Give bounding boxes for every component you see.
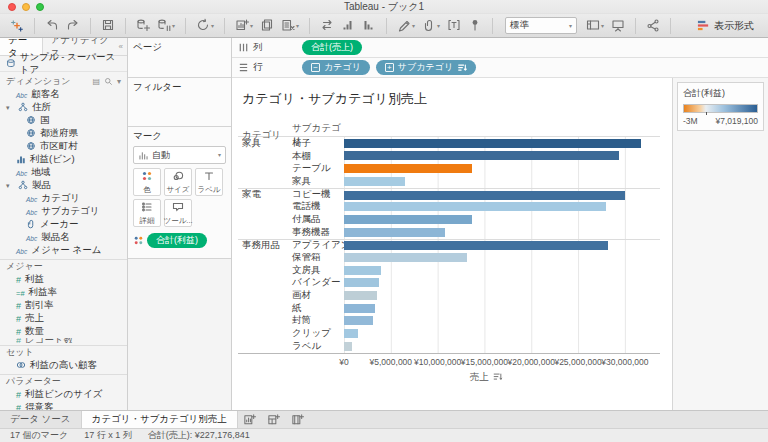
search-icon[interactable] (104, 77, 113, 86)
clear-sheet-button[interactable]: ▾ (279, 17, 301, 35)
mark-button-color[interactable]: 色 (133, 168, 161, 196)
bar-row[interactable]: テーブル (238, 162, 660, 175)
highlight-button[interactable]: ▾ (395, 17, 417, 35)
bar-row[interactable]: 家具椅子 (238, 137, 660, 150)
bar-mark[interactable] (344, 228, 445, 237)
show-mark-labels-button[interactable] (445, 17, 463, 35)
columns-shelf[interactable]: 列 合計(売上) (232, 38, 768, 58)
mark-button-tooltip[interactable]: ツール... (164, 199, 192, 227)
rows-pill-subcategory[interactable]: + サブカテゴリ (376, 60, 476, 75)
new-data-source-button[interactable] (134, 17, 152, 35)
bar-mark[interactable] (344, 215, 472, 224)
field-item[interactable]: 国 (0, 114, 127, 127)
pause-auto-updates-button[interactable]: ▾ (155, 17, 177, 35)
field-item[interactable]: メーカー (0, 218, 127, 231)
bar-row[interactable]: 本棚 (238, 150, 660, 163)
bar-mark[interactable] (344, 139, 641, 148)
bar-row[interactable]: 封筒 (238, 315, 660, 328)
field-item[interactable]: Abcサブカテゴリ (0, 205, 127, 218)
collapse-hierarchy-icon[interactable]: − (311, 63, 320, 72)
field-item[interactable]: Abc製品名 (0, 231, 127, 244)
share-button[interactable] (644, 17, 662, 35)
marks-pill-sum-profit[interactable]: 合計(利益) (147, 233, 207, 248)
show-me-button[interactable]: 表示形式 (691, 17, 760, 35)
chevron-down-icon[interactable]: ▾ (117, 77, 121, 86)
swap-rows-columns-button[interactable] (318, 17, 336, 35)
sort-descending-button[interactable] (360, 17, 378, 35)
field-item[interactable]: Abcメジャー ネーム (0, 244, 127, 257)
fix-axes-button[interactable] (466, 17, 484, 35)
tab-worksheet[interactable]: カテゴリ・サブカテゴリ別売上 (82, 411, 238, 428)
refresh-button[interactable]: ▾ (194, 17, 216, 35)
field-item[interactable]: Abcカテゴリ (0, 192, 127, 205)
chevron-down-icon[interactable]: ▾ (250, 23, 253, 29)
field-item[interactable]: #数量 (0, 325, 127, 338)
bar-mark[interactable] (344, 191, 625, 200)
rows-pill-category[interactable]: − カテゴリ (302, 60, 370, 75)
chevron-down-icon[interactable]: ▾ (211, 23, 214, 29)
bar-row[interactable]: 電話機 (238, 200, 660, 213)
expand-caret-icon[interactable]: ▾ (6, 104, 14, 112)
undo-button[interactable] (43, 17, 61, 35)
chevron-down-icon[interactable]: ▾ (412, 23, 415, 29)
show-hide-cards-button[interactable]: ▾ (584, 17, 606, 35)
tab-data-source[interactable]: データ ソース (0, 411, 82, 428)
field-item[interactable]: 利益の高い顧客 (0, 359, 127, 372)
bar-row[interactable]: 家電コピー機 (238, 188, 660, 201)
sort-descending-icon[interactable] (493, 372, 503, 382)
field-item[interactable]: #レコード数 (0, 338, 127, 343)
field-item[interactable]: #利益 (0, 273, 127, 286)
bar-mark[interactable] (344, 304, 375, 313)
bar-mark[interactable] (344, 316, 373, 325)
bar-mark[interactable] (344, 164, 472, 173)
x-axis[interactable]: ¥0¥5,000,000¥10,000,000¥15,000,000¥20,00… (238, 354, 660, 368)
mark-button-size[interactable]: サイズ (164, 168, 192, 196)
bar-row[interactable]: 紙 (238, 302, 660, 315)
bar-mark[interactable] (344, 241, 608, 250)
bar-row[interactable]: ラベル (238, 340, 660, 353)
bar-row[interactable]: 保管箱 (238, 251, 660, 264)
rows-shelf[interactable]: 行 − カテゴリ + サブカテゴリ (232, 58, 768, 78)
duplicate-button[interactable] (258, 17, 276, 35)
bar-row[interactable]: 家具 (238, 175, 660, 188)
field-item[interactable]: #利益ビンのサイズ (0, 388, 127, 401)
presentation-mode-button[interactable] (609, 17, 627, 35)
sort-ascending-button[interactable] (339, 17, 357, 35)
field-item[interactable]: 利益(ビン) (0, 153, 127, 166)
field-item[interactable]: 都道府県 (0, 127, 127, 140)
columns-pill-sum-sales[interactable]: 合計(売上) (302, 40, 362, 55)
worksheet-view[interactable]: カテゴリ・サブカテゴリ別売上 カテゴリ サブカテゴリ 家具椅子本棚テーブル家具家… (232, 78, 672, 410)
expand-caret-icon[interactable]: ▾ (6, 182, 14, 190)
mark-type-dropdown[interactable]: 自動 ▾ (133, 146, 226, 164)
bar-row[interactable]: 事務機器 (238, 226, 660, 239)
color-legend[interactable]: 合計(利益) -3M ¥7,019,100 (677, 82, 764, 131)
bar-mark[interactable] (344, 253, 467, 262)
mark-button-label[interactable]: ラベル (195, 168, 223, 196)
new-worksheet-button[interactable]: ▾ (233, 17, 255, 35)
chevron-down-icon[interactable]: ▾ (296, 23, 299, 29)
chevron-down-icon[interactable]: ▾ (601, 23, 604, 29)
data-source-row[interactable]: サンプル - スーパーストア (0, 56, 127, 72)
fit-selector[interactable]: 標準 ▾ (505, 17, 577, 34)
bar-row[interactable]: クリップ (238, 327, 660, 340)
field-item[interactable]: 市区町村 (0, 140, 127, 153)
bar-mark[interactable] (344, 202, 606, 211)
bar-row[interactable]: 画材 (238, 289, 660, 302)
field-item[interactable]: #得意客 (0, 401, 127, 410)
expand-hierarchy-icon[interactable]: + (385, 63, 394, 72)
field-item[interactable]: #売上 (0, 312, 127, 325)
bar-mark[interactable] (344, 151, 619, 160)
redo-button[interactable] (64, 17, 82, 35)
new-dashboard-tab-button[interactable] (262, 411, 286, 428)
bar-mark[interactable] (344, 329, 358, 338)
save-button[interactable] (99, 17, 117, 35)
field-item[interactable]: #割引率 (0, 299, 127, 312)
new-worksheet-tab-button[interactable] (238, 411, 262, 428)
grid-view-icon[interactable]: ▤ (92, 77, 100, 86)
chevron-down-icon[interactable]: ▾ (437, 23, 440, 29)
legend-gradient[interactable] (683, 104, 758, 113)
field-item[interactable]: Abc顧客名 (0, 88, 127, 101)
mark-button-detail[interactable]: 詳細 (133, 199, 161, 227)
bar-row[interactable]: 付属品 (238, 213, 660, 226)
bar-mark[interactable] (344, 177, 405, 186)
